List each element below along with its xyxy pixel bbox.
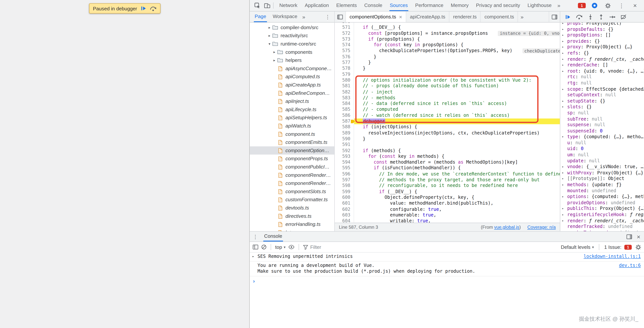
- expand-arrow-icon[interactable]: ▸: [560, 26, 567, 32]
- console-sidebar-icon[interactable]: [253, 244, 258, 250]
- line-number[interactable]: 597: [335, 177, 354, 183]
- line-number[interactable]: 581: [335, 83, 354, 89]
- toggle-debugger-sidebar-icon[interactable]: [549, 11, 560, 22]
- step-over-button[interactable]: [150, 5, 156, 11]
- scope-item-um[interactable]: um: null: [560, 152, 644, 158]
- tree-file-apiwatch-ts[interactable]: apiWatch.ts: [250, 122, 334, 130]
- line-number[interactable]: 574: [335, 42, 354, 48]
- scope-item-scope[interactable]: ▸scope: EffectScope {detached…}: [560, 86, 644, 92]
- code-text[interactable]: // - data (deferred since it relies on `…: [354, 101, 560, 107]
- code-text[interactable]: if (injectOptions) {: [354, 124, 560, 130]
- expand-arrow-icon[interactable]: ▸: [560, 176, 567, 182]
- line-number[interactable]: 602: [335, 206, 354, 212]
- close-tab-icon[interactable]: ×: [399, 14, 402, 20]
- scope-item-type[interactable]: ▸type: {computed: {…}, metho…: [560, 134, 644, 140]
- navigator-menu-icon[interactable]: ⋮: [322, 14, 333, 20]
- line-number[interactable]: 585: [335, 107, 354, 113]
- code-text[interactable]: // - props (already done outside of this…: [354, 83, 560, 89]
- step-icon[interactable]: [609, 14, 615, 19]
- code-text[interactable]: const methodHandler = (methods as Method…: [354, 160, 560, 165]
- tree-folder-reactivity-src[interactable]: ▸reactivity/src: [250, 32, 334, 40]
- line-number[interactable]: 579: [335, 72, 354, 77]
- line-number[interactable]: 598: [335, 183, 354, 189]
- code-text[interactable]: writable: true,: [354, 218, 560, 223]
- issues-counter[interactable]: 1 Issue: 1: [604, 244, 632, 250]
- code-text[interactable]: resolveInjections(injectOptions, ctx, ch…: [354, 130, 560, 136]
- main-tab-application[interactable]: Application: [301, 0, 332, 11]
- tree-file-apisetuphelpers-ts[interactable]: apiSetupHelpers.ts: [250, 114, 334, 122]
- step-out-icon[interactable]: [598, 14, 604, 20]
- scope-item-root[interactable]: ▸root: {uid: 0, vnode: {…}, …}: [560, 68, 644, 74]
- toggle-navigator-icon[interactable]: [335, 11, 346, 22]
- editor-more-tabs-icon[interactable]: »: [518, 14, 526, 20]
- expand-arrow-icon[interactable]: ▸: [560, 86, 567, 92]
- expand-arrow-icon[interactable]: ▸: [560, 68, 567, 74]
- tree-file-customformatter-ts[interactable]: customFormatter.ts: [250, 196, 334, 204]
- tree-file-componentslots-ts[interactable]: componentSlots.ts: [250, 187, 334, 196]
- scope-item-update[interactable]: update: null: [560, 158, 644, 164]
- line-number[interactable]: 595: [335, 165, 354, 171]
- main-tab-memory[interactable]: Memory: [447, 0, 472, 11]
- tree-file-apicomputed-ts[interactable]: apiComputed.ts: [250, 73, 334, 81]
- tree-file-componentrender[interactable]: componentRender…: [250, 171, 334, 179]
- code-text[interactable]: [354, 142, 560, 148]
- scope-item-options[interactable]: ▸options: {computed: {…}, meth…: [560, 194, 644, 200]
- line-number[interactable]: 584: [335, 101, 354, 107]
- tree-folder-runtime-core-src[interactable]: ▾runtime-core/src: [250, 40, 334, 48]
- device-toolbar-icon[interactable]: [262, 0, 272, 11]
- code-text[interactable]: [354, 22, 560, 25]
- main-tab-performance[interactable]: Performance: [412, 0, 447, 11]
- close-drawer-icon[interactable]: ×: [637, 233, 640, 240]
- drawer-dock-icon[interactable]: [626, 234, 632, 239]
- expand-arrow-icon[interactable]: ▸: [560, 62, 567, 68]
- scope-item-prototype[interactable]: ▸[[Prototype]]: Object: [560, 176, 644, 182]
- code-text[interactable]: if (isFunction(methodHandler)) {: [354, 165, 560, 171]
- scope-item-slots[interactable]: ▸slots: {}: [560, 104, 644, 110]
- scope-item-suspense[interactable]: suspense: null: [560, 122, 644, 128]
- line-number[interactable]: 582: [335, 89, 354, 95]
- main-tab-network[interactable]: Network: [276, 0, 301, 11]
- tree-file-componentpublici[interactable]: componentPublicI…: [250, 163, 334, 171]
- code-text[interactable]: if (propsOptions) {: [354, 36, 560, 42]
- code-text[interactable]: // reconfigurable, so it needs to be red…: [354, 183, 560, 189]
- live-expression-icon[interactable]: [288, 245, 295, 249]
- extension-icon[interactable]: [589, 0, 599, 11]
- line-number[interactable]: 590: [335, 136, 354, 142]
- main-tab-lighthouse[interactable]: Lighthouse: [524, 0, 555, 11]
- scope-item-provides[interactable]: ▸provides: {}: [560, 38, 644, 44]
- line-number[interactable]: 603: [335, 212, 354, 218]
- clear-console-icon[interactable]: [261, 244, 266, 250]
- console-message[interactable]: ▸SES Removing unpermitted intrinsicslock…: [250, 253, 644, 261]
- log-levels-dropdown[interactable]: Default levels ▾: [561, 244, 594, 250]
- code-text[interactable]: // methods to the proxy target, and thos…: [354, 177, 560, 183]
- tree-folder-components[interactable]: ▸components: [250, 48, 334, 56]
- editor-tab-apicreateapp-ts[interactable]: apiCreateApp.ts: [406, 11, 449, 22]
- line-number[interactable]: 578: [335, 66, 354, 72]
- line-number[interactable]: 588: [335, 124, 354, 130]
- expand-arrow-icon[interactable]: ▸: [560, 182, 567, 188]
- main-tab-sources[interactable]: Sources: [386, 0, 412, 11]
- drawer-menu-icon[interactable]: ⋮: [250, 234, 261, 240]
- line-number[interactable]: 571: [335, 25, 354, 30]
- scope-item-render[interactable]: ▸render: ƒ render(_ctx, _cache…: [560, 218, 644, 224]
- code-text[interactable]: for (const key in propsOptions) {: [354, 42, 560, 48]
- settings-gear-icon[interactable]: [603, 0, 613, 11]
- tree-file-apilifecycle-ts[interactable]: apiLifecycle.ts: [250, 105, 334, 114]
- code-text[interactable]: // - methods: [354, 95, 560, 101]
- code-text[interactable]: if (__DEV__) {: [354, 189, 560, 195]
- expand-arrow-icon[interactable]: ▸: [267, 34, 272, 38]
- resume-script-button[interactable]: [141, 6, 146, 11]
- expand-arrow-icon[interactable]: ▾: [267, 42, 272, 46]
- line-number[interactable]: 573: [335, 36, 354, 42]
- tree-folder-compiler-dom-src[interactable]: ▸compiler-dom/src: [250, 23, 334, 32]
- scope-item-u[interactable]: u: null: [560, 140, 644, 146]
- source-map-link[interactable]: vue.global.js: [494, 225, 519, 230]
- line-number[interactable]: 592: [335, 148, 354, 154]
- expand-arrow-icon[interactable]: ▸: [560, 206, 567, 212]
- coverage-link[interactable]: Coverage: n/a: [527, 225, 556, 230]
- expand-arrow-icon[interactable]: ▸: [560, 38, 567, 44]
- tree-file-apiinject-ts[interactable]: apiInject.ts: [250, 97, 334, 106]
- resume-script-icon[interactable]: [565, 14, 570, 19]
- scope-item-rtg[interactable]: rtg: null: [560, 80, 644, 86]
- source-link[interactable]: lockdown-install.js:1: [578, 254, 641, 259]
